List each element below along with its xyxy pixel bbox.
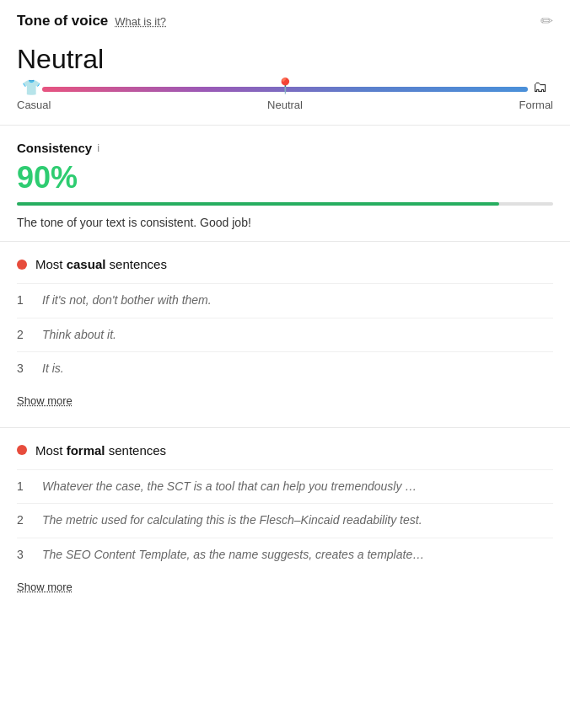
consistency-message: The tone of your text is consistent. Goo… <box>17 216 553 229</box>
casual-dot <box>17 260 27 270</box>
sentence-text: Think about it. <box>42 327 116 344</box>
sentence-number: 3 <box>17 361 29 375</box>
formal-show-more-button[interactable]: Show more <box>17 581 73 593</box>
consistency-title: Consistency <box>17 141 92 155</box>
sentence-number: 3 <box>17 548 29 561</box>
slider-track: 📍 <box>42 87 528 92</box>
casual-label: Casual <box>17 99 51 111</box>
sentence-number: 2 <box>17 328 29 341</box>
list-item: 2 Think about it. <box>17 318 553 352</box>
casual-sentences-title: Most casual sentences <box>35 257 167 271</box>
list-item: 2 The metric used for calculating this i… <box>17 503 553 538</box>
sentence-text: If it's not, don't bother with them. <box>42 292 212 309</box>
consistency-header: Consistency i <box>17 141 553 155</box>
consistency-section: Consistency i 90% The tone of your text … <box>0 126 570 241</box>
header-left: Tone of voice What is it? <box>17 13 166 29</box>
slider-wrapper: 👕 🗂 📍 <box>42 87 528 92</box>
list-item: 3 The SEO Content Template, as the name … <box>17 538 553 572</box>
info-icon[interactable]: i <box>97 142 99 154</box>
formal-icon: 🗂 <box>533 78 548 96</box>
tone-slider-section: 👕 🗂 📍 Casual Neutral Formal <box>0 87 570 125</box>
progress-bar-container <box>17 202 553 206</box>
edit-icon[interactable]: ✏ <box>540 12 553 30</box>
sentence-number: 1 <box>17 293 29 307</box>
sentence-text: Whatever the case, the SCT is a tool tha… <box>42 479 417 495</box>
list-item: 1 If it's not, don't bother with them. <box>17 283 553 318</box>
list-item: 3 It is. <box>17 351 553 386</box>
casual-icon: 👕 <box>22 78 40 97</box>
sentence-text: It is. <box>42 361 64 377</box>
page-title: Tone of voice <box>17 13 108 29</box>
casual-sentences-header: Most casual sentences <box>17 257 553 271</box>
formal-sentences-header: Most formal sentences <box>17 443 553 458</box>
neutral-label: Neutral <box>267 99 303 111</box>
sentence-text: The metric used for calculating this is … <box>42 512 422 529</box>
progress-bar-fill <box>17 202 499 206</box>
formal-label: Formal <box>519 99 553 111</box>
formal-dot <box>17 445 27 455</box>
sentence-number: 1 <box>17 479 29 493</box>
formal-sentences-title: Most formal sentences <box>35 443 166 458</box>
list-item: 1 Whatever the case, the SCT is a tool t… <box>17 469 553 504</box>
consistency-percent: 90% <box>17 160 553 195</box>
formal-sentences-section: Most formal sentences 1 Whatever the cas… <box>0 428 570 613</box>
casual-sentences-section: Most casual sentences 1 If it's not, don… <box>0 242 570 427</box>
slider-labels: Casual Neutral Formal <box>17 99 553 111</box>
sentence-number: 2 <box>17 513 29 527</box>
sentence-text: The SEO Content Template, as the name su… <box>42 547 424 564</box>
casual-show-more-button[interactable]: Show more <box>17 394 73 407</box>
header: Tone of voice What is it? ✏ <box>0 0 570 39</box>
slider-thumb: 📍 <box>276 77 294 95</box>
what-is-it-link[interactable]: What is it? <box>115 15 166 28</box>
